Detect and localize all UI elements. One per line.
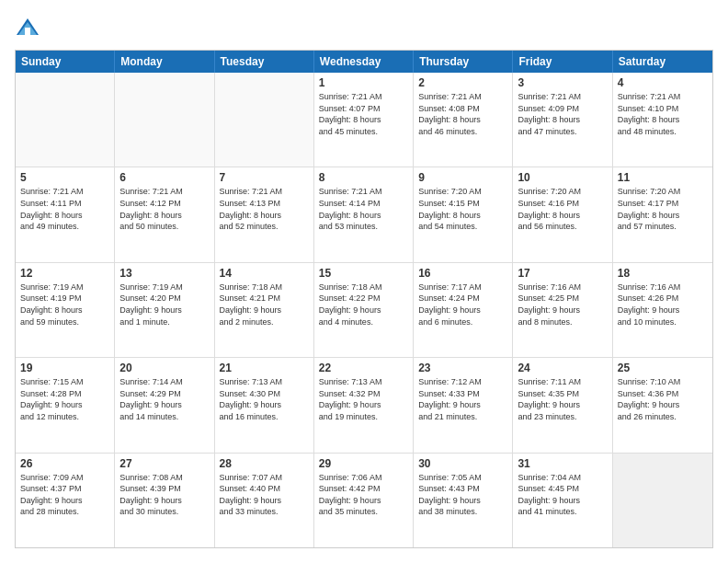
day-info: Sunrise: 7:20 AMSunset: 4:16 PMDaylight:… [518,186,607,232]
day-info: Sunrise: 7:19 AMSunset: 4:19 PMDaylight:… [20,282,109,327]
calendar-header-cell: Monday [115,51,214,73]
day-number: 22 [319,362,408,374]
calendar-week: 12Sunrise: 7:19 AMSunset: 4:19 PMDayligh… [16,263,712,358]
calendar-cell: 9Sunrise: 7:20 AMSunset: 4:15 PMDaylight… [414,167,513,261]
calendar-cell: 6Sunrise: 7:21 AMSunset: 4:12 PMDaylight… [115,167,214,261]
day-info: Sunrise: 7:21 AMSunset: 4:12 PMDaylight:… [119,186,209,232]
calendar-cell: 13Sunrise: 7:19 AMSunset: 4:20 PMDayligh… [115,263,214,357]
calendar-cell: 26Sunrise: 7:09 AMSunset: 4:37 PMDayligh… [16,454,115,547]
day-info: Sunrise: 7:21 AMSunset: 4:08 PMDaylight:… [418,91,507,137]
day-info: Sunrise: 7:11 AMSunset: 4:35 PMDaylight:… [518,376,607,422]
calendar-cell: 15Sunrise: 7:18 AMSunset: 4:22 PMDayligh… [314,263,414,357]
calendar-cell [215,73,314,167]
calendar-cell [115,73,214,167]
day-number: 26 [20,457,109,470]
day-number: 18 [618,267,708,280]
day-info: Sunrise: 7:21 AMSunset: 4:13 PMDaylight:… [220,186,309,232]
day-number: 15 [319,267,408,280]
calendar-cell: 19Sunrise: 7:15 AMSunset: 4:28 PMDayligh… [16,358,115,452]
day-number: 9 [418,171,507,184]
calendar-cell: 20Sunrise: 7:14 AMSunset: 4:29 PMDayligh… [115,358,214,452]
day-number: 25 [618,362,708,374]
day-number: 6 [119,171,209,184]
day-number: 31 [518,457,607,470]
calendar-header-cell: Sunday [16,51,115,73]
day-number: 17 [518,267,607,280]
page: SundayMondayTuesdayWednesdayThursdayFrid… [0,0,728,563]
day-info: Sunrise: 7:21 AMSunset: 4:09 PMDaylight:… [518,91,607,137]
calendar-cell: 16Sunrise: 7:17 AMSunset: 4:24 PMDayligh… [414,263,513,357]
calendar-cell: 17Sunrise: 7:16 AMSunset: 4:25 PMDayligh… [513,263,612,357]
day-number: 5 [20,171,109,184]
day-number: 13 [119,267,209,280]
day-info: Sunrise: 7:18 AMSunset: 4:22 PMDaylight:… [319,282,408,327]
day-number: 2 [418,76,507,89]
header [15,15,713,40]
calendar-body: 1Sunrise: 7:21 AMSunset: 4:07 PMDaylight… [16,73,712,547]
calendar-header-cell: Saturday [613,51,712,73]
logo [15,15,44,40]
day-info: Sunrise: 7:21 AMSunset: 4:07 PMDaylight:… [319,91,408,137]
day-number: 28 [220,457,309,470]
calendar-cell: 21Sunrise: 7:13 AMSunset: 4:30 PMDayligh… [215,358,314,452]
calendar-cell: 29Sunrise: 7:06 AMSunset: 4:42 PMDayligh… [314,454,414,547]
day-number: 14 [220,267,309,280]
day-number: 19 [20,362,109,374]
day-number: 12 [20,267,109,280]
day-number: 4 [618,76,708,89]
svg-rect-2 [25,28,30,35]
day-info: Sunrise: 7:08 AMSunset: 4:39 PMDaylight:… [119,472,209,518]
day-number: 3 [518,76,607,89]
calendar-cell: 23Sunrise: 7:12 AMSunset: 4:33 PMDayligh… [414,358,513,452]
day-number: 29 [319,457,408,470]
calendar: SundayMondayTuesdayWednesdayThursdayFrid… [15,50,713,548]
calendar-cell: 10Sunrise: 7:20 AMSunset: 4:16 PMDayligh… [513,167,612,261]
calendar-cell: 30Sunrise: 7:05 AMSunset: 4:43 PMDayligh… [414,454,513,547]
calendar-cell: 22Sunrise: 7:13 AMSunset: 4:32 PMDayligh… [314,358,414,452]
day-info: Sunrise: 7:10 AMSunset: 4:36 PMDaylight:… [618,376,708,422]
day-number: 30 [418,457,507,470]
day-info: Sunrise: 7:05 AMSunset: 4:43 PMDaylight:… [418,472,507,518]
day-info: Sunrise: 7:14 AMSunset: 4:29 PMDaylight:… [119,376,209,422]
calendar-cell: 5Sunrise: 7:21 AMSunset: 4:11 PMDaylight… [16,167,115,261]
day-info: Sunrise: 7:20 AMSunset: 4:17 PMDaylight:… [618,186,708,232]
calendar-cell: 31Sunrise: 7:04 AMSunset: 4:45 PMDayligh… [513,454,612,547]
calendar-cell: 25Sunrise: 7:10 AMSunset: 4:36 PMDayligh… [613,358,712,452]
calendar-cell: 8Sunrise: 7:21 AMSunset: 4:14 PMDaylight… [314,167,414,261]
day-info: Sunrise: 7:13 AMSunset: 4:32 PMDaylight:… [319,376,408,422]
calendar-cell: 14Sunrise: 7:18 AMSunset: 4:21 PMDayligh… [215,263,314,357]
day-info: Sunrise: 7:09 AMSunset: 4:37 PMDaylight:… [20,472,109,518]
day-number: 7 [220,171,309,184]
calendar-week: 19Sunrise: 7:15 AMSunset: 4:28 PMDayligh… [16,358,712,453]
day-info: Sunrise: 7:18 AMSunset: 4:21 PMDaylight:… [220,282,309,327]
day-info: Sunrise: 7:17 AMSunset: 4:24 PMDaylight:… [418,282,507,327]
day-number: 8 [319,171,408,184]
calendar-cell: 4Sunrise: 7:21 AMSunset: 4:10 PMDaylight… [613,73,712,167]
calendar-header: SundayMondayTuesdayWednesdayThursdayFrid… [16,51,712,73]
calendar-header-cell: Tuesday [215,51,314,73]
calendar-header-cell: Friday [513,51,612,73]
day-number: 27 [119,457,209,470]
calendar-cell: 12Sunrise: 7:19 AMSunset: 4:19 PMDayligh… [16,263,115,357]
day-info: Sunrise: 7:20 AMSunset: 4:15 PMDaylight:… [418,186,507,232]
calendar-header-cell: Wednesday [314,51,414,73]
calendar-cell: 2Sunrise: 7:21 AMSunset: 4:08 PMDaylight… [414,73,513,167]
calendar-cell: 1Sunrise: 7:21 AMSunset: 4:07 PMDaylight… [314,73,414,167]
day-number: 16 [418,267,507,280]
day-info: Sunrise: 7:07 AMSunset: 4:40 PMDaylight:… [220,472,309,518]
day-number: 1 [319,76,408,89]
day-info: Sunrise: 7:13 AMSunset: 4:30 PMDaylight:… [220,376,309,422]
day-info: Sunrise: 7:12 AMSunset: 4:33 PMDaylight:… [418,376,507,422]
day-info: Sunrise: 7:21 AMSunset: 4:11 PMDaylight:… [20,186,109,232]
day-info: Sunrise: 7:16 AMSunset: 4:25 PMDaylight:… [518,282,607,327]
logo-icon [15,15,40,40]
day-info: Sunrise: 7:21 AMSunset: 4:10 PMDaylight:… [618,91,708,137]
day-info: Sunrise: 7:16 AMSunset: 4:26 PMDaylight:… [618,282,708,327]
day-number: 20 [119,362,209,374]
calendar-cell: 3Sunrise: 7:21 AMSunset: 4:09 PMDaylight… [513,73,612,167]
day-number: 21 [220,362,309,374]
calendar-cell: 7Sunrise: 7:21 AMSunset: 4:13 PMDaylight… [215,167,314,261]
calendar-week: 5Sunrise: 7:21 AMSunset: 4:11 PMDaylight… [16,167,712,262]
calendar-header-cell: Thursday [414,51,513,73]
day-number: 10 [518,171,607,184]
